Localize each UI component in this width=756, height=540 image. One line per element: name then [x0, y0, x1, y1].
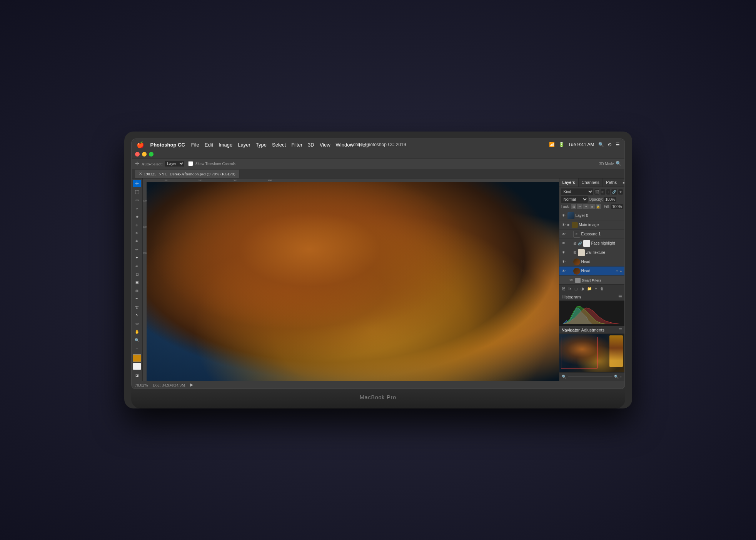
gradient-tool[interactable]: ▣: [133, 279, 141, 286]
navigator-menu-icon[interactable]: ☰: [619, 328, 622, 332]
visibility-icon-smart-filters[interactable]: 👁: [569, 278, 574, 283]
menu-image[interactable]: Image: [219, 142, 232, 148]
tab-paths[interactable]: Paths: [603, 178, 620, 187]
filter-icon-1[interactable]: 🖼: [594, 189, 599, 195]
menu-filter[interactable]: Filter: [291, 142, 302, 148]
zoom-in-icon[interactable]: 🔍: [614, 375, 619, 379]
layer-item-face-highlight[interactable]: 👁 ⛓ 🔗 Face highlight: [559, 239, 624, 248]
artboard-tool[interactable]: ⬚: [133, 188, 141, 195]
spotlight-icon[interactable]: 🔍: [598, 142, 604, 147]
ps-canvas[interactable]: 100 200 300 400 100 200 300: [143, 178, 559, 381]
history-brush-tool[interactable]: ↩: [133, 262, 141, 270]
minimize-button[interactable]: [142, 152, 147, 157]
menu-view[interactable]: View: [320, 142, 330, 148]
siri-icon[interactable]: ⊙: [608, 142, 612, 147]
panel-menu-icon[interactable]: ☰: [620, 178, 624, 187]
menu-layer[interactable]: Layer: [238, 142, 250, 148]
menu-type[interactable]: Type: [256, 142, 267, 148]
layer-item-exposure1[interactable]: 👁 E Exposure 1: [559, 230, 624, 239]
lock-position-icon[interactable]: ✦: [583, 204, 589, 209]
menu-3d[interactable]: 3D: [308, 142, 314, 148]
tab-layers[interactable]: Layers: [559, 178, 579, 187]
visibility-icon-head2[interactable]: 👁: [561, 268, 566, 274]
layer-item-head2[interactable]: 👁 Head ⊙ ▲: [559, 267, 624, 276]
dodge-tool[interactable]: ◍: [133, 287, 141, 294]
close-button[interactable]: [135, 152, 140, 157]
new-layer-icon[interactable]: +: [594, 286, 598, 292]
new-adjustment-icon[interactable]: ◑: [580, 286, 585, 292]
tab-adjustments[interactable]: Adjustments: [581, 328, 605, 332]
hand-tool[interactable]: ✋: [133, 328, 141, 335]
layer-item-main-image[interactable]: 👁 ▶ Main image: [559, 220, 624, 230]
path-select-tool[interactable]: ↖: [133, 312, 141, 319]
add-mask-icon[interactable]: ◻: [574, 286, 578, 292]
apple-logo-icon[interactable]: 🍎: [137, 141, 144, 148]
visibility-icon-layer0[interactable]: 👁: [561, 213, 566, 218]
eyedropper-tool[interactable]: ✒: [133, 229, 141, 237]
fill-value[interactable]: 100%: [611, 204, 623, 209]
filter-icon-4[interactable]: 🔗: [611, 189, 617, 195]
layer-item-head1[interactable]: 👁 Head: [559, 257, 624, 267]
type-tool[interactable]: T: [133, 303, 141, 311]
auto-select-dropdown[interactable]: Layer Group: [165, 161, 184, 167]
pen-tool[interactable]: ✒: [133, 295, 141, 302]
tab-close-icon[interactable]: ✕: [139, 172, 142, 176]
histogram-menu-icon[interactable]: ☰: [618, 294, 622, 299]
filter-icon-2[interactable]: ⊞: [601, 189, 605, 195]
new-group-icon[interactable]: 📁: [586, 286, 592, 292]
brush-tool[interactable]: ✏: [133, 246, 141, 253]
zoom-slider[interactable]: [568, 377, 612, 377]
visibility-icon-exposure1[interactable]: 👁: [561, 232, 566, 237]
lock-transparency-icon[interactable]: ⊞: [571, 204, 576, 209]
auto-select-label: Auto-Select:: [142, 162, 163, 166]
eraser-tool[interactable]: ◻: [133, 270, 141, 278]
menu-file[interactable]: File: [191, 142, 199, 148]
visibility-icon-wall-texture[interactable]: 👁: [561, 250, 566, 255]
move-tool[interactable]: ✛: [133, 180, 141, 187]
menu-select[interactable]: Select: [272, 142, 286, 148]
zoom-tool[interactable]: 🔍: [133, 336, 141, 343]
layer-item-wall-texture[interactable]: 👁 ⛓ wall texture: [559, 248, 624, 257]
zoom-out-icon[interactable]: 🔍: [562, 375, 566, 379]
filter-icon-3[interactable]: T: [606, 189, 610, 195]
visibility-icon-main-image[interactable]: 👁: [561, 222, 566, 228]
tab-channels[interactable]: Channels: [579, 178, 603, 187]
healing-brush-tool[interactable]: ✚: [133, 238, 141, 245]
search-icon[interactable]: 🔍: [616, 161, 621, 167]
quick-select-tool[interactable]: ◈: [133, 213, 141, 220]
lasso-tool[interactable]: ○: [133, 205, 141, 212]
app-name[interactable]: Photoshop CC: [150, 142, 185, 148]
add-style-icon[interactable]: fx: [568, 286, 572, 292]
show-transform-checkbox[interactable]: [188, 161, 193, 166]
layer-item-layer0[interactable]: 👁 Layer 0: [559, 211, 624, 220]
fullscreen-button[interactable]: [149, 152, 154, 157]
ps-left-toolbar: ✛ ⬚ ▭ ○ ◈ ⊹ ✒ ✚ ✏ ✦ ↩ ◻ ▣ ◍ ✒ T ↖: [132, 178, 143, 381]
lock-paint-icon[interactable]: ✏: [577, 204, 582, 209]
more-tools[interactable]: ···: [133, 345, 141, 352]
delete-layer-icon[interactable]: 🗑: [599, 286, 605, 292]
lock-all-icon[interactable]: 🔒: [596, 204, 601, 209]
blend-mode-dropdown[interactable]: Normal Multiply Screen Overlay: [561, 196, 588, 203]
filter-icon-5[interactable]: ★: [618, 189, 623, 195]
filter-kind-dropdown[interactable]: Kind Name Effect: [561, 188, 594, 195]
status-arrow[interactable]: ▶: [190, 382, 193, 387]
clone-stamp-tool[interactable]: ✦: [133, 254, 141, 262]
layer-item-smart-filters[interactable]: 👁 Smart Filters: [559, 276, 624, 284]
shape-tool[interactable]: ▭: [133, 320, 141, 327]
group-arrow-icon[interactable]: ▶: [567, 223, 570, 227]
document-tab[interactable]: ✕ 190325_NYC_Derek-Afternoon.psd @ 70% (…: [135, 170, 240, 178]
link-layers-icon[interactable]: ⛓: [561, 286, 566, 292]
visibility-icon-face-highlight[interactable]: 👁: [561, 241, 566, 246]
background-color[interactable]: [133, 363, 141, 370]
marquee-tool[interactable]: ▭: [133, 197, 141, 204]
foreground-color[interactable]: [133, 354, 141, 362]
screen-mode[interactable]: ◪: [133, 372, 141, 379]
visibility-icon-head1[interactable]: 👁: [561, 259, 566, 265]
lock-artboard-icon[interactable]: ◈: [589, 204, 595, 209]
opacity-value[interactable]: 100%: [604, 197, 616, 202]
control-center-icon[interactable]: ☰: [616, 142, 620, 147]
expand-icon[interactable]: ▲: [619, 269, 623, 273]
crop-tool[interactable]: ⊹: [133, 221, 141, 228]
menu-edit[interactable]: Edit: [205, 142, 213, 148]
tab-navigator[interactable]: Navigator: [562, 328, 580, 332]
